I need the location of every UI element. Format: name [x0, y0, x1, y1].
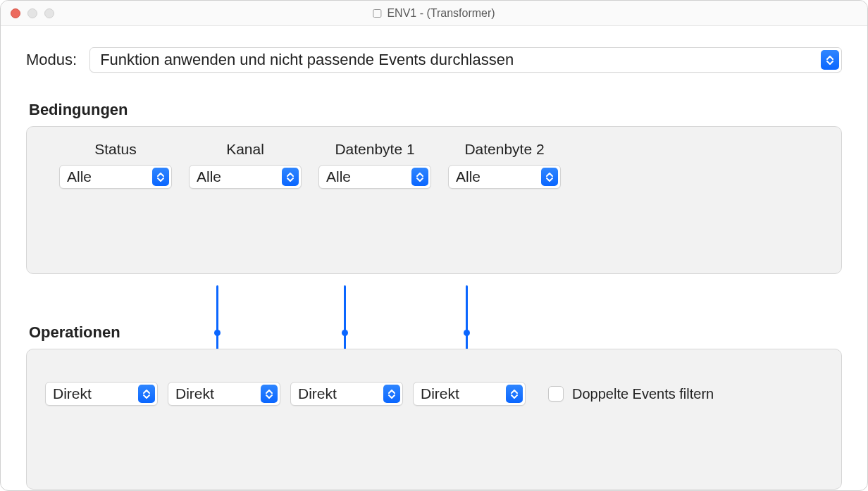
dropdown-arrows-icon	[261, 385, 278, 403]
op3-select[interactable]: Direkt	[290, 382, 403, 406]
dropdown-arrows-icon	[821, 50, 839, 70]
window-titlebar: ENV1 - (Transformer)	[1, 1, 867, 26]
op1-select[interactable]: Direkt	[45, 382, 158, 406]
conditions-heading: Bedingungen	[29, 101, 842, 119]
db1-select-value: Alle	[326, 168, 351, 185]
status-select[interactable]: Alle	[59, 165, 172, 189]
op4-select-value: Direkt	[421, 385, 459, 402]
minimize-window-button[interactable]	[27, 8, 37, 18]
modus-select[interactable]: Funktion anwenden und nicht passende Eve…	[89, 47, 842, 73]
op2-select-value: Direkt	[175, 385, 214, 402]
dropdown-arrows-icon	[541, 168, 558, 186]
db1-select[interactable]: Alle	[318, 165, 431, 189]
modus-label: Modus:	[26, 51, 77, 69]
op1-select-value: Direkt	[53, 385, 92, 402]
db2-header: Datenbyte 2	[448, 141, 561, 158]
filter-duplicates-label: Doppelte Events filtern	[572, 386, 714, 402]
dropdown-arrows-icon	[383, 385, 400, 403]
close-window-button[interactable]	[11, 8, 20, 18]
dropdown-arrows-icon	[138, 385, 155, 403]
window-controls	[1, 8, 54, 18]
operations-heading: Operationen	[29, 323, 842, 342]
status-select-value: Alle	[67, 168, 92, 185]
window-title: ENV1 - (Transformer)	[373, 7, 495, 20]
kanal-header: Kanal	[189, 141, 302, 158]
conditions-panel: Status Alle Kanal Alle	[26, 126, 842, 274]
operations-panel: Direkt Direkt Direkt	[26, 349, 842, 490]
dropdown-arrows-icon	[282, 168, 299, 186]
window-title-text: ENV1 - (Transformer)	[387, 7, 495, 20]
op4-select[interactable]: Direkt	[413, 382, 526, 406]
zoom-window-button[interactable]	[44, 8, 54, 18]
op2-select[interactable]: Direkt	[168, 382, 280, 406]
kanal-select[interactable]: Alle	[189, 165, 302, 189]
filter-duplicates-checkbox[interactable]	[548, 386, 564, 402]
db2-select-value: Alle	[456, 168, 480, 185]
status-header: Status	[59, 141, 172, 158]
db2-select[interactable]: Alle	[448, 165, 561, 189]
kanal-select-value: Alle	[197, 168, 221, 185]
dropdown-arrows-icon	[152, 168, 169, 186]
modus-select-value: Funktion anwenden und nicht passende Eve…	[100, 51, 514, 69]
transformer-icon	[373, 9, 381, 18]
op3-select-value: Direkt	[298, 385, 337, 402]
dropdown-arrows-icon	[411, 168, 428, 186]
dropdown-arrows-icon	[506, 385, 523, 403]
db1-header: Datenbyte 1	[318, 141, 431, 158]
